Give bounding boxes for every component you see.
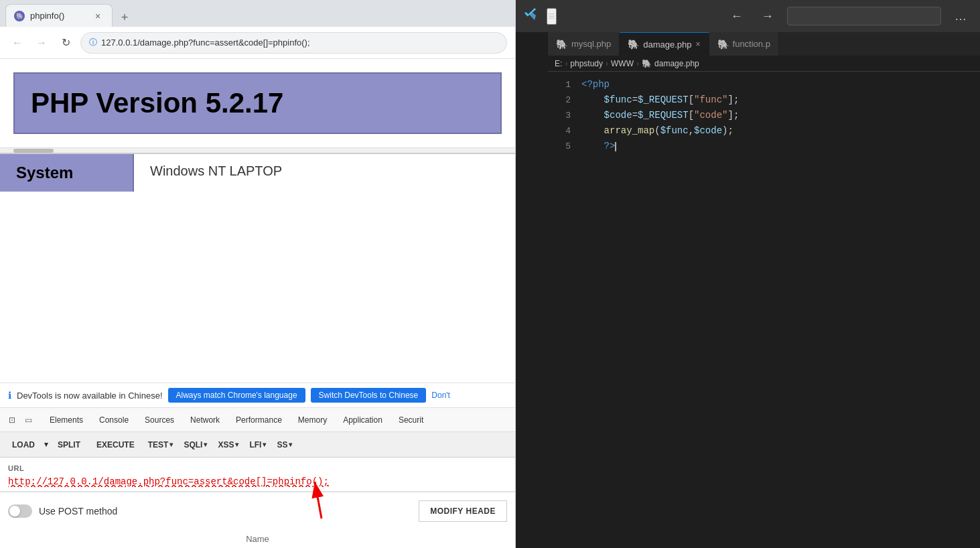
devtools-icons: ⊡ ▭ — [5, 413, 35, 427]
name-label: Name — [246, 534, 269, 544]
tab-bar: 🐘 phpinfo() × + — [0, 0, 515, 27]
scrollbar-thumb[interactable] — [13, 149, 54, 153]
forward-button[interactable]: → — [32, 33, 51, 52]
browser-panel: 🐘 phpinfo() × + ← → ↻ ⓘ 127.0.0.1/damage… — [0, 0, 516, 548]
vscode-tab-bar: 🐘 mysql.php 🐘 damage.php × 🐘 function.p — [548, 32, 980, 56]
function-tab-icon: 🐘 — [717, 39, 729, 50]
code-line-5: 5 ?> — [548, 139, 980, 154]
line-content-1: <?php — [581, 77, 980, 92]
vscode-titlebar: ≡ ← → … — [516, 0, 980, 32]
page-content: PHP Version 5.2.17 System Windows NT LAP… — [0, 59, 515, 383]
damage-tab-icon: 🐘 — [628, 39, 639, 50]
toggle-label: Use POST method — [39, 506, 117, 517]
vscode-logo-icon — [524, 7, 539, 25]
system-row: System Windows NT LAPTOP — [0, 153, 515, 192]
always-match-button[interactable]: Always match Chrome's language — [168, 388, 305, 403]
bottom-controls: Use POST method MODIFY HEADE — [0, 492, 515, 530]
url-display: 127.0.0.1/damage.php?func=assert&code[]=… — [101, 38, 310, 48]
info-icon: ℹ — [8, 390, 11, 401]
tab-mysql-php[interactable]: 🐘 mysql.php — [548, 32, 620, 56]
hackbar-test[interactable]: TEST — [144, 437, 178, 452]
tab-memory[interactable]: Memory — [291, 411, 334, 429]
tab-security[interactable]: Securit — [392, 411, 430, 429]
vscode-layout: 1 — [516, 32, 980, 548]
code-editor[interactable]: 1 <?php 2 $func=$_REQUEST["func"]; 3 $co… — [548, 72, 980, 548]
line-num-1: 1 — [548, 78, 581, 92]
tab-performance[interactable]: Performance — [229, 411, 289, 429]
url-input-area: URL — [0, 458, 515, 492]
system-value: Windows NT LAPTOP — [134, 154, 298, 192]
vscode-panel: ≡ ← → … 1 — [516, 0, 980, 548]
address-bar: ← → ↻ ⓘ 127.0.0.1/damage.php?func=assert… — [0, 27, 515, 59]
line-content-4: array_map($func,$code); — [581, 123, 980, 138]
tab-network[interactable]: Network — [184, 411, 226, 429]
devtools-tabs: ⊡ ▭ Elements Console Sources Network Per… — [0, 408, 515, 432]
hackbar-execute[interactable]: EXECUTE — [90, 437, 141, 452]
vscode-more-icon[interactable]: … — [949, 9, 972, 23]
breadcrumb: E: › phpstudy › WWW › 🐘 damage.php — [548, 56, 980, 72]
php-version-title: PHP Version 5.2.17 — [31, 87, 484, 119]
vscode-back-button[interactable]: ← — [725, 7, 748, 26]
tab-title: phpinfo() — [30, 11, 64, 21]
post-method-toggle-group: Use POST method — [8, 504, 117, 518]
hackbar-dropdown-load[interactable]: ▾ — [44, 440, 48, 449]
tab-close-button[interactable]: × — [92, 10, 104, 22]
active-tab[interactable]: 🐘 phpinfo() × — [5, 4, 113, 27]
damage-tab-close[interactable]: × — [696, 40, 701, 49]
code-line-1: 1 <?php — [548, 77, 980, 92]
hackbar-xss[interactable]: XSS — [214, 437, 242, 452]
back-button[interactable]: ← — [8, 33, 27, 52]
tab-console[interactable]: Console — [92, 411, 135, 429]
hackbar-ss[interactable]: SS — [273, 437, 296, 452]
hackbar-split[interactable]: SPLIT — [51, 437, 87, 452]
line-num-5: 5 — [548, 139, 581, 154]
vscode-editor-area: 🐘 mysql.php 🐘 damage.php × 🐘 function.p … — [548, 32, 980, 548]
hackbar-load[interactable]: LOAD — [5, 437, 42, 452]
vscode-forward-button[interactable]: → — [756, 7, 779, 26]
cursor-icon[interactable]: ⊡ — [5, 413, 19, 427]
device-icon[interactable]: ▭ — [21, 413, 35, 427]
line-num-3: 3 — [548, 109, 581, 123]
breadcrumb-www: WWW — [611, 59, 634, 68]
refresh-button[interactable]: ↻ — [56, 33, 75, 52]
devtools-notice-text: DevTools is now available in Chinese! — [17, 391, 163, 401]
hackbar-sqli[interactable]: SQLI — [180, 437, 211, 452]
horizontal-scrollbar[interactable] — [0, 147, 515, 153]
phpinfo-header: PHP Version 5.2.17 — [13, 72, 502, 134]
switch-chinese-button[interactable]: Switch DevTools to Chinese — [311, 388, 427, 403]
tab-sources[interactable]: Sources — [138, 411, 181, 429]
new-tab-button[interactable]: + — [115, 8, 134, 27]
post-method-toggle[interactable] — [8, 504, 32, 518]
secure-icon: ⓘ — [89, 37, 97, 48]
line-num-2: 2 — [548, 93, 581, 108]
url-input[interactable] — [8, 476, 507, 487]
tab-damage-php[interactable]: 🐘 damage.php × — [620, 32, 709, 56]
tab-application[interactable]: Application — [336, 411, 389, 429]
name-row: Name — [0, 530, 515, 548]
dont-button[interactable]: Don't — [431, 391, 450, 400]
breadcrumb-damage-php: 🐘 damage.php — [642, 59, 699, 68]
devtools-notification-bar: ℹ DevTools is now available in Chinese! … — [0, 383, 515, 408]
url-bar[interactable]: ⓘ 127.0.0.1/damage.php?func=assert&code[… — [80, 32, 507, 54]
code-line-2: 2 $func=$_REQUEST["func"]; — [548, 92, 980, 108]
breadcrumb-phpstudy: phpstudy — [570, 59, 603, 68]
line-content-3: $code=$_REQUEST["code"]; — [581, 108, 980, 123]
modify-headers-button[interactable]: MODIFY HEADE — [419, 500, 507, 522]
function-tab-label: function.p — [733, 39, 770, 49]
system-label: System — [0, 154, 134, 192]
tab-favicon: 🐘 — [14, 11, 25, 21]
tab-function-php[interactable]: 🐘 function.p — [709, 32, 779, 56]
mysql-tab-label: mysql.php — [571, 39, 611, 49]
hackbar-lfi[interactable]: LFI — [245, 437, 270, 452]
vscode-icon-svg — [524, 7, 539, 21]
vscode-menu-button[interactable]: ≡ — [547, 8, 557, 25]
line-content-2: $func=$_REQUEST["func"]; — [581, 92, 980, 107]
line-content-5: ?> — [581, 139, 980, 153]
line-num-4: 4 — [548, 124, 581, 139]
code-line-3: 3 $code=$_REQUEST["code"]; — [548, 108, 980, 123]
tab-elements[interactable]: Elements — [43, 411, 90, 429]
code-line-4: 4 array_map($func,$code); — [548, 123, 980, 139]
breadcrumb-file-icon: 🐘 — [642, 59, 652, 68]
hackbar: LOAD ▾ SPLIT EXECUTE TEST SQLI XSS LFI S… — [0, 432, 515, 458]
vscode-search-bar[interactable] — [787, 7, 941, 25]
